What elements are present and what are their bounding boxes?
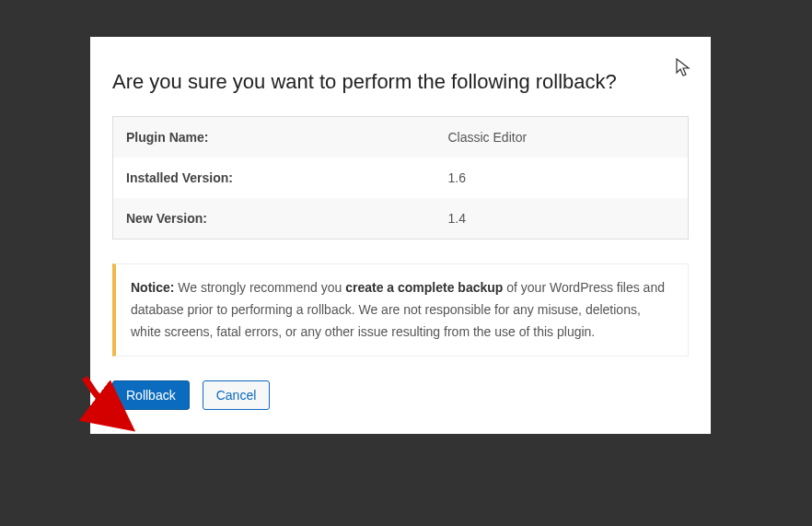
installed-version-label: Installed Version:: [113, 158, 435, 198]
plugin-name-label: Plugin Name:: [113, 117, 435, 158]
notice-strong: create a complete backup: [345, 280, 503, 295]
rollback-confirm-dialog: Are you sure you want to perform the fol…: [90, 37, 711, 434]
table-row: Plugin Name: Classic Editor: [113, 117, 689, 158]
notice-text-1: We strongly recommend you: [174, 280, 345, 295]
installed-version-value: 1.6: [435, 158, 689, 198]
rollback-button[interactable]: Rollback: [112, 380, 190, 410]
new-version-label: New Version:: [113, 198, 435, 240]
notice-prefix: Notice:: [131, 280, 174, 295]
table-row: New Version: 1.4: [113, 198, 689, 240]
rollback-info-table: Plugin Name: Classic Editor Installed Ve…: [112, 116, 689, 240]
plugin-name-value: Classic Editor: [435, 117, 689, 158]
notice-box: Notice: We strongly recommend you create…: [112, 263, 689, 357]
cancel-button[interactable]: Cancel: [203, 380, 271, 410]
table-row: Installed Version: 1.6: [113, 158, 689, 198]
dialog-actions: Rollback Cancel: [112, 380, 689, 410]
dialog-title: Are you sure you want to perform the fol…: [112, 70, 689, 94]
new-version-value: 1.4: [435, 198, 689, 240]
